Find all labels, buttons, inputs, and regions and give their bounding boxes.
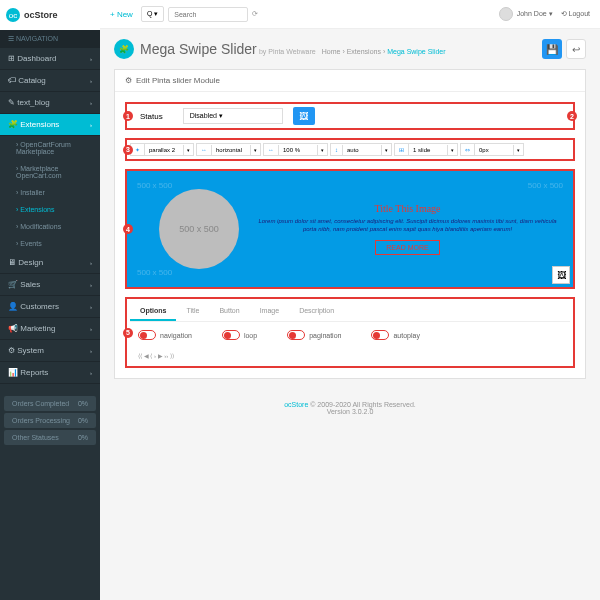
nav-sub[interactable]: › OpenCartForum Marketplace	[0, 136, 100, 160]
nav-sub[interactable]: › Events	[0, 235, 100, 252]
topbar: + New Q ▾ ⟳ John Doe ▾ ⟲ Logout	[100, 0, 600, 29]
marker-2: 2	[567, 111, 577, 121]
stat-item: Orders Processing0%	[4, 413, 96, 428]
tab-content: navigationlooppaginationautoplay	[130, 322, 570, 348]
back-button[interactable]: ↩	[566, 39, 586, 59]
breadcrumb: Home › Extensions › Mega Swipe Slider	[318, 48, 446, 55]
option-select[interactable]: ⊞1 slide▾	[394, 143, 458, 156]
small-controls: ⟨⟨ ◀ ⟨ › ▶ ›› ⟩⟩	[130, 348, 570, 363]
new-button[interactable]: + New	[110, 10, 133, 19]
nav-sub[interactable]: › Installer	[0, 184, 100, 201]
toggle-loop[interactable]: loop	[222, 330, 257, 340]
toggle-pagination[interactable]: pagination	[287, 330, 341, 340]
avatar	[499, 7, 513, 21]
tab-description[interactable]: Description	[289, 302, 344, 321]
tab-button[interactable]: Button	[209, 302, 249, 321]
option-select[interactable]: ↔horizontal▾	[196, 143, 261, 156]
sidebar: ococStore ☰ NAVIGATION ⊞ Dashboard›🏷 Cat…	[0, 0, 100, 600]
logo-icon: oc	[6, 8, 20, 22]
tabs: OptionsTitleButtonImageDescription	[130, 302, 570, 322]
nav-item-marketing[interactable]: 📢 Marketing›	[0, 318, 100, 340]
image-button[interactable]: 🖼	[293, 107, 315, 125]
option-select[interactable]: ✦parallax 2▾	[130, 143, 194, 156]
marker-3: 3	[123, 145, 133, 155]
marker-4: 4	[123, 224, 133, 234]
tab-title[interactable]: Title	[176, 302, 209, 321]
slide-preview: 4 500 x 500 500 x 500 500 x 500 500 x 50…	[125, 169, 575, 289]
edit-panel: ⚙ Edit Pinta slider Module 1 Status Disa…	[114, 69, 586, 379]
toggle-navigation[interactable]: navigation	[138, 330, 192, 340]
nav-item-design[interactable]: 🖥 Design›	[0, 252, 100, 274]
slide-text: Lorem ipsum dolor sit amet, consectetur …	[254, 218, 561, 234]
logout-button[interactable]: ⟲ Logout	[561, 10, 590, 18]
nav-sub[interactable]: › Extensions	[0, 201, 100, 218]
nav-item-customers[interactable]: 👤 Customers›	[0, 296, 100, 318]
tabs-section: 5 OptionsTitleButtonImageDescription nav…	[125, 297, 575, 368]
nav-item-system[interactable]: ⚙ System›	[0, 340, 100, 362]
main: + New Q ▾ ⟳ John Doe ▾ ⟲ Logout 🧩 Mega S…	[100, 0, 600, 600]
marker-1: 1	[123, 111, 133, 121]
tab-image[interactable]: Image	[250, 302, 289, 321]
toggle-autoplay[interactable]: autoplay	[371, 330, 419, 340]
marker-5: 5	[123, 328, 133, 338]
tab-options[interactable]: Options	[130, 302, 176, 321]
search-input[interactable]	[168, 7, 248, 22]
nav-item-reports[interactable]: 📊 Reports›	[0, 362, 100, 384]
option-select[interactable]: ↔100 %▾	[263, 143, 328, 156]
search-filter-dropdown[interactable]: Q ▾	[141, 6, 164, 22]
footer-link[interactable]: ocStore	[284, 401, 308, 408]
options-row: 3 ✦parallax 2▾↔horizontal▾↔100 %▾↕auto▾⊞…	[125, 138, 575, 161]
status-row: 1 Status Disabled ▾ 🖼 2	[125, 102, 575, 130]
nav-sub[interactable]: › Modifications	[0, 218, 100, 235]
option-select[interactable]: ⇔0px▾	[460, 143, 524, 156]
nav-header: ☰ NAVIGATION	[0, 30, 100, 48]
slide-title: Title This Image	[254, 203, 561, 214]
panel-header: ⚙ Edit Pinta slider Module	[115, 70, 585, 92]
nav-item-sales[interactable]: 🛒 Sales›	[0, 274, 100, 296]
logo-text: ocStore	[24, 10, 58, 20]
page-icon: 🧩	[114, 39, 134, 59]
nav-item-text_blog[interactable]: ✎ text_blog›	[0, 92, 100, 114]
slide-read-more-button[interactable]: READ MORE	[375, 240, 439, 255]
logo[interactable]: ococStore	[0, 0, 100, 30]
nav-item-dashboard[interactable]: ⊞ Dashboard›	[0, 48, 100, 70]
user-menu[interactable]: John Doe ▾	[499, 7, 553, 21]
nav-item-catalog[interactable]: 🏷 Catalog›	[0, 70, 100, 92]
stat-item: Other Statuses0%	[4, 430, 96, 445]
option-select[interactable]: ↕auto▾	[330, 143, 392, 156]
status-select[interactable]: Disabled ▾	[183, 108, 283, 124]
status-label: Status	[130, 112, 173, 121]
nav-item-extensions[interactable]: 🧩 Extensions›	[0, 114, 100, 136]
loading-icon: ⟳	[252, 10, 258, 18]
save-button[interactable]: 💾	[542, 39, 562, 59]
page-header: 🧩 Mega Swipe Slider by Pinta Webware Hom…	[100, 29, 600, 69]
page-subtitle: by Pinta Webware	[259, 48, 316, 55]
nav-sub[interactable]: › Marketplace OpenCart.com	[0, 160, 100, 184]
page-title: Mega Swipe Slider	[140, 41, 257, 57]
footer: ocStore © 2009-2020 All Rights Reserved.…	[100, 393, 600, 423]
slide-image-placeholder[interactable]: 500 x 500	[159, 189, 239, 269]
slide-image-icon[interactable]: 🖼	[552, 266, 570, 284]
stat-item: Orders Completed0%	[4, 396, 96, 411]
